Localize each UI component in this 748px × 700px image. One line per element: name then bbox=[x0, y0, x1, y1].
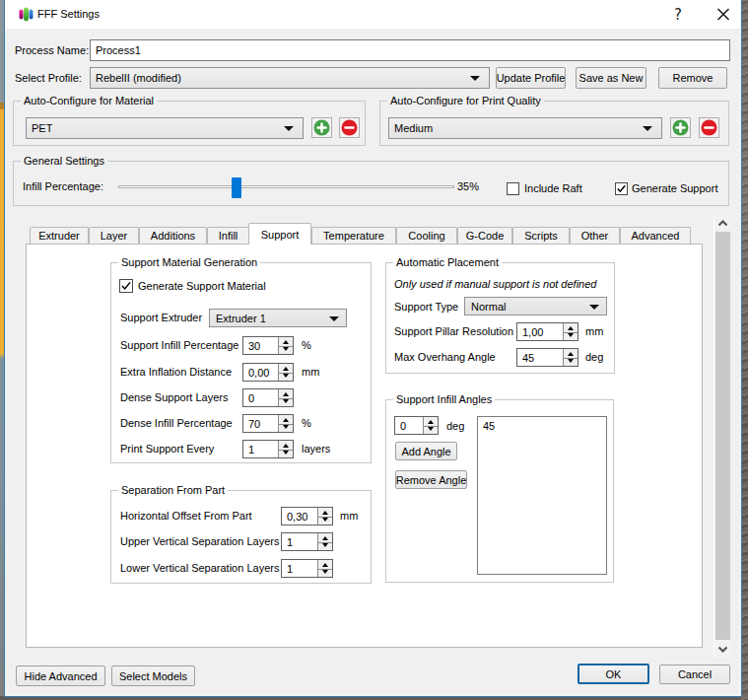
lower-vertical-separation-spinbox[interactable]: 1 bbox=[281, 559, 333, 578]
update-profile-button[interactable]: Update Profile bbox=[496, 67, 566, 89]
dense-infill-percentage-spinbox[interactable]: 70 bbox=[242, 414, 294, 433]
support-pillar-resolution-spinbox[interactable]: 1,00 bbox=[516, 322, 578, 341]
quality-combobox[interactable]: Medium bbox=[388, 117, 662, 139]
remove-button[interactable]: Remove bbox=[658, 67, 727, 89]
generate-support-material-checkbox[interactable] bbox=[119, 279, 133, 293]
support-extruder-combobox[interactable]: Extruder 1 bbox=[209, 309, 347, 327]
chevron-down-icon bbox=[589, 305, 599, 310]
separation-from-part-title: Separation From Part bbox=[118, 484, 228, 496]
tab-support[interactable]: Support bbox=[248, 223, 311, 245]
generate-support-material-label: Generate Support Material bbox=[138, 280, 266, 292]
tab-layer[interactable]: Layer bbox=[89, 227, 139, 244]
tab-gcode[interactable]: G-Code bbox=[457, 227, 512, 244]
close-icon[interactable] bbox=[711, 3, 736, 27]
select-models-button[interactable]: Select Models bbox=[111, 665, 195, 686]
chevron-down-icon bbox=[643, 126, 652, 131]
spin-down-icon bbox=[283, 399, 289, 403]
spin-value: 0 bbox=[400, 417, 406, 434]
dense-support-layers-spinbox[interactable]: 0 bbox=[242, 388, 294, 407]
placement-note: Only used if manual support is not defin… bbox=[394, 278, 596, 290]
automatic-placement-title: Automatic Placement bbox=[393, 256, 502, 268]
angles-listbox[interactable]: 45 bbox=[477, 416, 607, 575]
remove-quality-button[interactable] bbox=[699, 117, 719, 138]
check-icon bbox=[120, 280, 132, 292]
remove-label: Remove bbox=[673, 72, 714, 84]
spin-down-icon bbox=[283, 374, 289, 378]
horizontal-offset-spinbox[interactable]: 0,30 bbox=[281, 507, 333, 525]
angle-spinbox[interactable]: 0 bbox=[394, 416, 439, 435]
print-support-every-spinbox[interactable]: 1 bbox=[242, 440, 294, 458]
material-combobox[interactable]: PET bbox=[26, 117, 304, 139]
add-material-button[interactable] bbox=[311, 117, 332, 138]
tab-scripts[interactable]: Scripts bbox=[512, 227, 570, 244]
spin-value: 45 bbox=[522, 349, 534, 366]
hide-advanced-label: Hide Advanced bbox=[25, 670, 98, 682]
angle-list-item[interactable]: 45 bbox=[483, 420, 495, 432]
spin-buttons[interactable] bbox=[278, 441, 293, 457]
process-name-input[interactable]: Process1 bbox=[90, 39, 730, 61]
tab-label: G-Code bbox=[466, 230, 505, 242]
support-type-combobox[interactable]: Normal bbox=[464, 297, 607, 315]
extra-inflation-distance-label: Extra Inflation Distance bbox=[120, 366, 232, 378]
spin-buttons[interactable] bbox=[317, 533, 332, 550]
tab-extruder[interactable]: Extruder bbox=[30, 227, 89, 244]
tab-additions[interactable]: Additions bbox=[139, 227, 207, 244]
spin-value: 30 bbox=[248, 337, 260, 354]
max-overhang-angle-spinbox[interactable]: 45 bbox=[516, 348, 578, 367]
save-as-new-button[interactable]: Save as New bbox=[576, 67, 646, 89]
screen: FFF Settings ? Process Name: Process1 Se… bbox=[0, 0, 748, 700]
spin-buttons[interactable] bbox=[278, 389, 293, 406]
spin-buttons[interactable] bbox=[423, 417, 438, 434]
spin-down-icon bbox=[322, 518, 328, 522]
include-raft-checkbox[interactable] bbox=[507, 182, 519, 195]
remove-angle-label: Remove Angle bbox=[396, 474, 467, 486]
generate-support-checkbox[interactable] bbox=[615, 182, 628, 195]
dense-support-layers-label: Dense Support Layers bbox=[120, 391, 228, 403]
add-quality-button[interactable] bbox=[670, 117, 691, 138]
infill-slider-handle[interactable] bbox=[232, 177, 241, 198]
spin-value: 1 bbox=[287, 560, 293, 577]
tab-label: Infill bbox=[219, 230, 238, 242]
tab-label: Additions bbox=[151, 230, 195, 242]
spin-buttons[interactable] bbox=[278, 415, 293, 432]
help-button[interactable]: ? bbox=[667, 4, 689, 26]
spin-buttons[interactable] bbox=[563, 323, 578, 340]
scroll-up-icon[interactable] bbox=[717, 219, 728, 228]
spin-value: 1,00 bbox=[522, 323, 543, 340]
spin-buttons[interactable] bbox=[278, 337, 293, 354]
spin-buttons[interactable] bbox=[317, 508, 332, 525]
ok-button[interactable]: OK bbox=[578, 664, 649, 684]
hide-advanced-button[interactable]: Hide Advanced bbox=[16, 665, 105, 686]
tab-other[interactable]: Other bbox=[570, 227, 620, 244]
chevron-down-icon bbox=[329, 316, 339, 321]
spin-value: 70 bbox=[248, 415, 260, 432]
vertical-scrollbar[interactable] bbox=[714, 215, 730, 658]
support-type-label: Support Type bbox=[394, 301, 458, 313]
tab-infill[interactable]: Infill bbox=[207, 227, 249, 244]
cancel-button[interactable]: Cancel bbox=[659, 665, 730, 684]
extra-inflation-distance-spinbox[interactable]: 0,00 bbox=[242, 363, 294, 382]
scroll-down-icon[interactable] bbox=[717, 645, 728, 654]
spin-buttons[interactable] bbox=[563, 349, 578, 366]
upper-vertical-separation-spinbox[interactable]: 1 bbox=[281, 532, 333, 551]
tab-advanced[interactable]: Advanced bbox=[620, 227, 691, 244]
spin-value: 0,00 bbox=[248, 364, 269, 381]
remove-angle-button[interactable]: Remove Angle bbox=[395, 470, 467, 489]
spin-buttons[interactable] bbox=[317, 560, 332, 577]
spin-buttons[interactable] bbox=[278, 364, 293, 381]
spin-up-icon bbox=[283, 392, 289, 396]
spin-up-icon bbox=[322, 563, 328, 567]
scrollbar-thumb[interactable] bbox=[715, 232, 730, 640]
add-angle-button[interactable]: Add Angle bbox=[395, 442, 457, 460]
infill-slider-track[interactable] bbox=[118, 185, 454, 188]
tab-cooling[interactable]: Cooling bbox=[396, 227, 457, 244]
tab-label: Support bbox=[261, 229, 300, 241]
profile-combobox[interactable]: RebelII (modified) bbox=[90, 67, 490, 89]
tab-temperature[interactable]: Temperature bbox=[311, 227, 396, 244]
spin-up-icon bbox=[568, 326, 574, 330]
remove-material-button[interactable] bbox=[339, 117, 360, 138]
spin-value: 0,30 bbox=[287, 508, 307, 525]
support-infill-percentage-spinbox[interactable]: 30 bbox=[242, 336, 294, 355]
unit-label: % bbox=[302, 417, 311, 429]
minus-icon bbox=[341, 119, 358, 136]
